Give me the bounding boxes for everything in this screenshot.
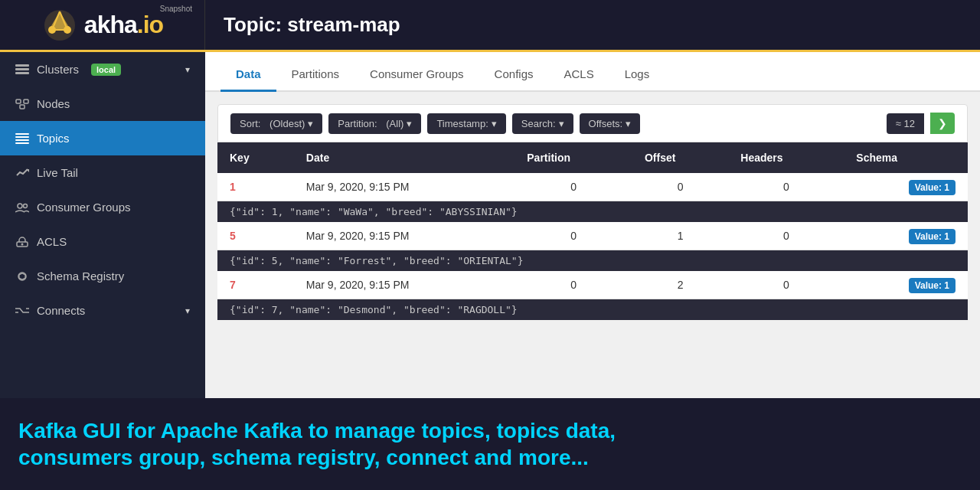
consumer-groups-icon — [15, 202, 29, 213]
sidebar-item-livetail[interactable]: Live Tail — [0, 155, 205, 190]
page-title: Topic: stream-map — [224, 13, 400, 36]
value-badge: Value: 1 — [909, 229, 956, 244]
col-partition: Partition — [514, 142, 632, 173]
search-label: Search: — [521, 118, 556, 129]
svg-rect-16 — [15, 142, 29, 144]
svg-point-18 — [18, 204, 22, 208]
sidebar-label-topics: Topics — [37, 132, 70, 145]
cell-schema: Value: 1 — [844, 271, 968, 299]
table-body: 1 Mar 9, 2020, 9:15 PM 0 0 0 Value: 1 {"… — [217, 173, 968, 320]
page-count: ≈ 12 — [887, 113, 924, 134]
sidebar-label-livetail: Live Tail — [37, 166, 78, 179]
sidebar-label-nodes: Nodes — [37, 97, 70, 110]
svg-rect-15 — [15, 139, 29, 141]
svg-rect-14 — [15, 136, 29, 138]
logo-icon — [41, 7, 78, 44]
sort-button[interactable]: Sort: (Oldest) ▾ — [230, 113, 322, 134]
timestamp-label: Timestamp: — [436, 118, 488, 129]
json-row: {"id": 1, "name": "WaWa", "breed": "ABYS… — [217, 201, 968, 223]
sidebar-label-acls: ACLS — [37, 235, 67, 248]
sidebar-item-clusters[interactable]: Clusters local ▾ — [0, 52, 205, 87]
banner-text: Kafka GUI for Apache Kafka to manage top… — [18, 417, 616, 471]
offsets-button[interactable]: Offsets: ▾ — [580, 113, 641, 134]
cell-partition: 0 — [514, 173, 632, 201]
sidebar-label-connects: Connects — [37, 304, 85, 317]
partition-chevron-icon: ▾ — [407, 118, 412, 129]
svg-rect-11 — [24, 100, 28, 103]
tab-acls[interactable]: ACLS — [548, 58, 609, 92]
svg-rect-13 — [15, 133, 29, 135]
sort-value: (Oldest) — [270, 118, 305, 129]
data-table: Key Date Partition Offset Headers Schema… — [217, 142, 968, 320]
topics-icon — [15, 133, 29, 144]
logo-text: akha.io — [84, 11, 163, 39]
main-body: Clusters local ▾ Nodes Topics — [0, 52, 980, 398]
livetail-icon — [15, 168, 29, 178]
svg-rect-7 — [15, 64, 29, 67]
col-headers: Headers — [728, 142, 844, 173]
offsets-chevron-icon: ▾ — [626, 118, 631, 129]
schema-icon — [15, 271, 29, 282]
sort-label: Sort: — [240, 118, 260, 129]
cell-date: Mar 9, 2020, 9:15 PM — [294, 222, 514, 250]
table-row[interactable]: 1 Mar 9, 2020, 9:15 PM 0 0 0 Value: 1 — [217, 173, 968, 201]
json-cell: {"id": 7, "name": "Desmond", "breed": "R… — [217, 299, 968, 321]
tab-data[interactable]: Data — [220, 58, 276, 92]
table-row[interactable]: 7 Mar 9, 2020, 9:15 PM 0 2 0 Value: 1 — [217, 271, 968, 299]
svg-point-19 — [24, 204, 28, 207]
table-row[interactable]: 5 Mar 9, 2020, 9:15 PM 0 1 0 Value: 1 — [217, 222, 968, 250]
banner-line1: Kafka GUI for Apache Kafka to manage top… — [18, 417, 616, 444]
offsets-label: Offsets: — [589, 118, 623, 129]
sidebar-item-topics[interactable]: Topics — [0, 121, 205, 155]
connects-icon — [15, 305, 29, 316]
timestamp-button[interactable]: Timestamp: ▾ — [427, 113, 505, 134]
search-button[interactable]: Search: ▾ — [512, 113, 573, 134]
next-button[interactable]: ❯ — [930, 113, 955, 134]
tab-logs[interactable]: Logs — [609, 58, 665, 92]
timestamp-chevron-icon: ▾ — [492, 118, 497, 129]
sidebar-item-acls[interactable]: ACLS — [0, 224, 205, 259]
sidebar-label-clusters: Clusters — [37, 63, 79, 76]
svg-rect-9 — [15, 72, 29, 74]
tab-configs[interactable]: Configs — [479, 58, 549, 92]
cluster-badge: local — [91, 64, 121, 76]
sidebar-item-connects[interactable]: Connects ▾ — [0, 293, 205, 328]
sidebar: Clusters local ▾ Nodes Topics — [0, 52, 205, 398]
col-date: Date — [294, 142, 514, 173]
json-cell: {"id": 1, "name": "WaWa", "breed": "ABYS… — [217, 201, 968, 223]
search-chevron-icon: ▾ — [559, 118, 564, 129]
top-header: Snapshot akha.io Topic: stream-map — [0, 0, 980, 52]
toolbar: Sort: (Oldest) ▾ Partition: (All) ▾ Time… — [217, 104, 968, 142]
sidebar-item-consumer-groups[interactable]: Consumer Groups — [0, 190, 205, 224]
cell-headers: 0 — [728, 271, 844, 299]
sidebar-label-schema-registry: Schema Registry — [37, 270, 124, 283]
value-badge: Value: 1 — [909, 278, 956, 293]
partition-value: (All) — [386, 118, 403, 129]
cell-offset: 2 — [632, 271, 728, 299]
col-offset: Offset — [632, 142, 728, 173]
sidebar-item-nodes[interactable]: Nodes — [0, 87, 205, 121]
sort-chevron-icon: ▾ — [308, 118, 313, 129]
page-title-area: Topic: stream-map — [205, 13, 980, 37]
json-cell: {"id": 5, "name": "Forrest", "breed": "O… — [217, 250, 968, 272]
tab-consumer-groups[interactable]: Consumer Groups — [354, 58, 479, 92]
content-area: Data Partitions Consumer Groups Configs … — [205, 52, 980, 398]
partition-button[interactable]: Partition: (All) ▾ — [328, 113, 421, 134]
tab-partitions[interactable]: Partitions — [276, 58, 355, 92]
col-schema: Schema — [844, 142, 968, 173]
tabs-bar: Data Partitions Consumer Groups Configs … — [205, 52, 980, 92]
cell-headers: 0 — [728, 222, 844, 250]
cell-date: Mar 9, 2020, 9:15 PM — [294, 173, 514, 201]
cell-offset: 1 — [632, 222, 728, 250]
banner-line2: consumers group, schema registry, connec… — [18, 444, 616, 471]
cell-headers: 0 — [728, 173, 844, 201]
cell-key: 1 — [217, 173, 294, 201]
partition-label: Partition: — [338, 118, 377, 129]
cell-partition: 0 — [514, 271, 632, 299]
sidebar-item-schema-registry[interactable]: Schema Registry — [0, 259, 205, 293]
cell-schema: Value: 1 — [844, 222, 968, 250]
cell-offset: 0 — [632, 173, 728, 201]
svg-rect-8 — [15, 68, 29, 70]
chevron-down-icon-connects: ▾ — [185, 305, 190, 316]
table-header: Key Date Partition Offset Headers Schema — [217, 142, 968, 173]
